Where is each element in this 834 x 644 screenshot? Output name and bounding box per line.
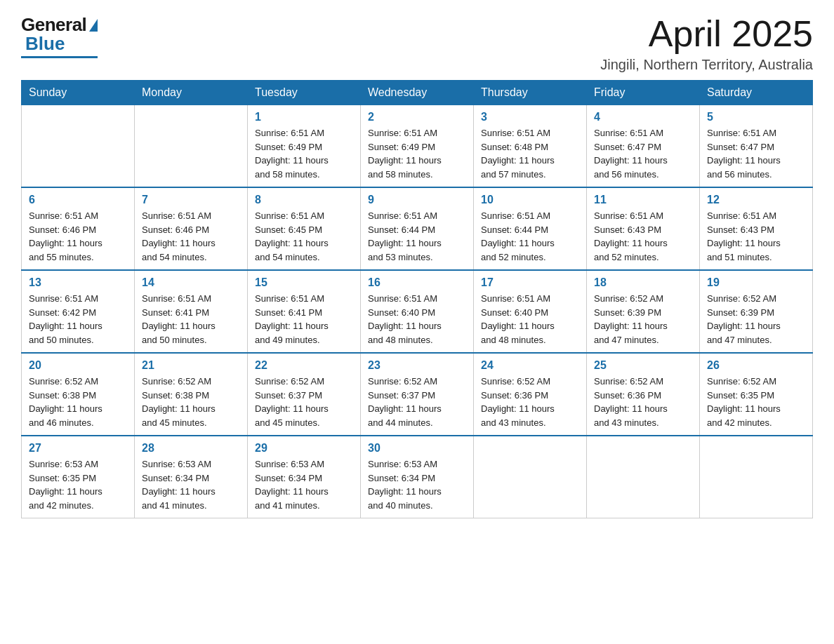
day-number: 15: [255, 276, 353, 289]
day-number: 7: [142, 194, 240, 206]
logo-triangle-icon: [89, 19, 98, 32]
calendar-cell: 2Sunrise: 6:51 AMSunset: 6:49 PMDaylight…: [361, 105, 474, 188]
day-info: Sunrise: 6:51 AMSunset: 6:41 PMDaylight:…: [255, 292, 353, 347]
calendar-cell: 5Sunrise: 6:51 AMSunset: 6:47 PMDaylight…: [700, 105, 813, 188]
day-info: Sunrise: 6:53 AMSunset: 6:34 PMDaylight:…: [255, 457, 353, 512]
day-info: Sunrise: 6:52 AMSunset: 6:36 PMDaylight:…: [481, 375, 579, 429]
day-number: 9: [368, 194, 466, 206]
day-info: Sunrise: 6:52 AMSunset: 6:37 PMDaylight:…: [368, 375, 466, 429]
day-info: Sunrise: 6:51 AMSunset: 6:46 PMDaylight:…: [29, 209, 127, 264]
day-info: Sunrise: 6:51 AMSunset: 6:46 PMDaylight:…: [142, 209, 240, 264]
day-info: Sunrise: 6:51 AMSunset: 6:43 PMDaylight:…: [707, 209, 805, 264]
calendar-week-row-4: 20Sunrise: 6:52 AMSunset: 6:38 PMDayligh…: [22, 353, 813, 436]
calendar-header-friday: Friday: [587, 81, 700, 105]
calendar-header-row: SundayMondayTuesdayWednesdayThursdayFrid…: [22, 81, 813, 105]
day-info: Sunrise: 6:51 AMSunset: 6:48 PMDaylight:…: [481, 126, 579, 181]
day-number: 19: [707, 276, 805, 289]
calendar-cell: [587, 436, 700, 518]
calendar-cell: 12Sunrise: 6:51 AMSunset: 6:43 PMDayligh…: [700, 187, 813, 270]
day-info: Sunrise: 6:51 AMSunset: 6:42 PMDaylight:…: [29, 292, 127, 347]
calendar-cell: 28Sunrise: 6:53 AMSunset: 6:34 PMDayligh…: [135, 436, 248, 518]
calendar-cell: 3Sunrise: 6:51 AMSunset: 6:48 PMDaylight…: [474, 105, 587, 188]
calendar-week-row-5: 27Sunrise: 6:53 AMSunset: 6:35 PMDayligh…: [22, 436, 813, 518]
day-info: Sunrise: 6:51 AMSunset: 6:45 PMDaylight:…: [255, 209, 353, 264]
day-number: 30: [368, 442, 466, 455]
calendar-cell: 8Sunrise: 6:51 AMSunset: 6:45 PMDaylight…: [248, 187, 361, 270]
calendar-cell: 6Sunrise: 6:51 AMSunset: 6:46 PMDaylight…: [22, 187, 135, 270]
day-number: 21: [142, 359, 240, 372]
calendar-cell: 18Sunrise: 6:52 AMSunset: 6:39 PMDayligh…: [587, 270, 700, 353]
day-number: 6: [29, 194, 127, 206]
day-info: Sunrise: 6:51 AMSunset: 6:44 PMDaylight:…: [368, 209, 466, 264]
day-info: Sunrise: 6:51 AMSunset: 6:47 PMDaylight:…: [594, 126, 692, 181]
day-number: 22: [255, 359, 353, 372]
day-info: Sunrise: 6:52 AMSunset: 6:39 PMDaylight:…: [707, 292, 805, 347]
logo-blue-text: Blue: [25, 33, 65, 55]
day-number: 16: [368, 276, 466, 289]
calendar-cell: 27Sunrise: 6:53 AMSunset: 6:35 PMDayligh…: [22, 436, 135, 518]
day-number: 5: [707, 111, 805, 123]
calendar-cell: 13Sunrise: 6:51 AMSunset: 6:42 PMDayligh…: [22, 270, 135, 353]
calendar-cell: 20Sunrise: 6:52 AMSunset: 6:38 PMDayligh…: [22, 353, 135, 436]
day-number: 23: [368, 359, 466, 372]
day-number: 25: [594, 359, 692, 372]
day-number: 14: [142, 276, 240, 289]
day-info: Sunrise: 6:52 AMSunset: 6:38 PMDaylight:…: [29, 375, 127, 429]
calendar-header-saturday: Saturday: [700, 81, 813, 105]
calendar-cell: 7Sunrise: 6:51 AMSunset: 6:46 PMDaylight…: [135, 187, 248, 270]
calendar-cell: 23Sunrise: 6:52 AMSunset: 6:37 PMDayligh…: [361, 353, 474, 436]
calendar-header-monday: Monday: [135, 81, 248, 105]
location-text: Jingili, Northern Territory, Australia: [600, 57, 813, 73]
calendar-cell: 1Sunrise: 6:51 AMSunset: 6:49 PMDaylight…: [248, 105, 361, 188]
day-number: 28: [142, 442, 240, 455]
day-number: 3: [481, 111, 579, 123]
calendar-cell: 4Sunrise: 6:51 AMSunset: 6:47 PMDaylight…: [587, 105, 700, 188]
day-number: 8: [255, 194, 353, 206]
calendar-cell: 21Sunrise: 6:52 AMSunset: 6:38 PMDayligh…: [135, 353, 248, 436]
calendar-header-tuesday: Tuesday: [248, 81, 361, 105]
calendar-table: SundayMondayTuesdayWednesdayThursdayFrid…: [21, 80, 813, 518]
calendar-week-row-2: 6Sunrise: 6:51 AMSunset: 6:46 PMDaylight…: [22, 187, 813, 270]
day-number: 20: [29, 359, 127, 372]
calendar-cell: [474, 436, 587, 518]
title-section: April 2025 Jingili, Northern Territory, …: [600, 14, 813, 73]
page-header: General Blue April 2025 Jingili, Norther…: [21, 14, 813, 73]
day-info: Sunrise: 6:51 AMSunset: 6:40 PMDaylight:…: [368, 292, 466, 347]
day-number: 17: [481, 276, 579, 289]
calendar-cell: 15Sunrise: 6:51 AMSunset: 6:41 PMDayligh…: [248, 270, 361, 353]
day-info: Sunrise: 6:51 AMSunset: 6:41 PMDaylight:…: [142, 292, 240, 347]
calendar-cell: 29Sunrise: 6:53 AMSunset: 6:34 PMDayligh…: [248, 436, 361, 518]
day-number: 2: [368, 111, 466, 123]
day-info: Sunrise: 6:52 AMSunset: 6:35 PMDaylight:…: [707, 375, 805, 429]
day-info: Sunrise: 6:53 AMSunset: 6:34 PMDaylight:…: [368, 457, 466, 512]
calendar-cell: 25Sunrise: 6:52 AMSunset: 6:36 PMDayligh…: [587, 353, 700, 436]
calendar-cell: 26Sunrise: 6:52 AMSunset: 6:35 PMDayligh…: [700, 353, 813, 436]
day-info: Sunrise: 6:53 AMSunset: 6:34 PMDaylight:…: [142, 457, 240, 512]
day-info: Sunrise: 6:52 AMSunset: 6:37 PMDaylight:…: [255, 375, 353, 429]
day-info: Sunrise: 6:51 AMSunset: 6:49 PMDaylight:…: [368, 126, 466, 181]
day-number: 1: [255, 111, 353, 123]
calendar-header-sunday: Sunday: [22, 81, 135, 105]
day-info: Sunrise: 6:51 AMSunset: 6:47 PMDaylight:…: [707, 126, 805, 181]
logo: General Blue: [21, 14, 98, 58]
calendar-cell: 22Sunrise: 6:52 AMSunset: 6:37 PMDayligh…: [248, 353, 361, 436]
day-number: 10: [481, 194, 579, 206]
day-number: 29: [255, 442, 353, 455]
calendar-cell: 16Sunrise: 6:51 AMSunset: 6:40 PMDayligh…: [361, 270, 474, 353]
day-number: 12: [707, 194, 805, 206]
day-info: Sunrise: 6:51 AMSunset: 6:40 PMDaylight:…: [481, 292, 579, 347]
logo-underline: [21, 56, 98, 58]
calendar-header-wednesday: Wednesday: [361, 81, 474, 105]
day-number: 26: [707, 359, 805, 372]
calendar-cell: 30Sunrise: 6:53 AMSunset: 6:34 PMDayligh…: [361, 436, 474, 518]
calendar-cell: [22, 105, 135, 188]
calendar-week-row-1: 1Sunrise: 6:51 AMSunset: 6:49 PMDaylight…: [22, 105, 813, 188]
calendar-cell: 9Sunrise: 6:51 AMSunset: 6:44 PMDaylight…: [361, 187, 474, 270]
day-number: 11: [594, 194, 692, 206]
day-info: Sunrise: 6:52 AMSunset: 6:36 PMDaylight:…: [594, 375, 692, 429]
calendar-cell: [135, 105, 248, 188]
calendar-cell: 24Sunrise: 6:52 AMSunset: 6:36 PMDayligh…: [474, 353, 587, 436]
calendar-cell: 19Sunrise: 6:52 AMSunset: 6:39 PMDayligh…: [700, 270, 813, 353]
calendar-cell: 17Sunrise: 6:51 AMSunset: 6:40 PMDayligh…: [474, 270, 587, 353]
calendar-week-row-3: 13Sunrise: 6:51 AMSunset: 6:42 PMDayligh…: [22, 270, 813, 353]
